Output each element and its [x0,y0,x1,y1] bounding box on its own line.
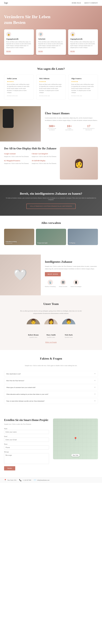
manage-img-3-label: Verfügung [69,242,75,244]
stat-2-label: JAHRE ERFAHRUNG [63,128,76,130]
member-3-role: Qualität Labor [62,336,76,338]
location-info: 📍 New York, USA 📞 +1 234 567 890 ✉️ info… [0,477,102,483]
manage-img-2-label: Temperaturregler [37,242,48,244]
smart-homes-image [0,106,41,142]
hub-item-2-title: Chrome Cast integriert [32,153,57,155]
testimonial-1-text: Proin sed libero amis velitfaucibus turp… [7,83,31,94]
stat-1: 300+ GLÜCKLICHE KUNDEN [45,124,59,130]
hero-card-3-text: Proin sed libero amis velitfaucibus turp… [70,41,96,48]
feature-2-label: Zentral verwaltet [59,286,67,287]
hero-card-3: 🔒 Zugangskontrolle Proin sed libero amis… [68,29,98,55]
hero-card-3-link[interactable]: MEHR [70,50,75,52]
team-title: Unser Team [4,302,98,306]
hub-item-1-title: Google Assistant [4,153,30,155]
chevron-down-icon-1: ▼ [94,373,96,374]
smart-homes-section: Über Smart Homes Lorem ipsum dolor sit a… [0,106,102,142]
manage-img-3-bg: Verfügung [68,229,98,245]
chevron-down-icon-2: ▼ [94,380,96,381]
hub-item-4-title: 10-Zoll-HD-Display [32,160,57,162]
hero-title: Verändern Sie Ihr Leben zum Besten [4,14,52,25]
member-3-name: Nick Dark [62,334,76,336]
team-members: 👨 Robert Braun Qualität Labor 👩 Mary Smi… [4,318,98,338]
hub-item-1-text: Sample text. Click to select the Text El… [4,156,30,158]
hub-content: Der All-in-One-Display-Hub für Ihr Zuhau… [4,147,57,180]
member-2-role: Qualität Labor [44,336,58,338]
stat-3-label: AUSGEZEICHNETE PROJEKTE [80,128,98,130]
testimonial-3-date: POSTED JUNE 2020 [71,95,95,96]
testimonials-title: Was sagen die Leute? [4,67,98,70]
manage-img-1-content: Videoüberwachung Außenbereich [6,241,17,244]
nav-about[interactable]: ABOUT COMPANY [84,2,98,4]
smart-home2-title: Intelligentes Zuhause [45,260,98,264]
manage-img-1-label: Videoüberwachung [6,241,17,242]
message-field[interactable] [4,453,49,464]
faq-question-5-text: Nunc sit amet dolor dolorper suscidis se… [6,400,44,402]
manage-img-1-sub: Außenbereich [6,242,17,244]
name-label: Name [4,428,49,430]
hero-card-1-link[interactable]: MEHR [6,50,11,52]
name-field[interactable] [4,430,49,434]
form-group-phone: Phone [4,444,49,450]
hub-item-1: Google Assistant Sample text. Click to s… [4,153,30,158]
hub-item-2: Chrome Cast integriert Sample text. Clic… [32,153,57,158]
manage-section: Alles verwalten Videoüberwachung Außenbe… [0,216,102,254]
form-group-name: Name [4,428,49,434]
shield-icon: 🛡️ [38,32,43,37]
team-member-2: 👩 Mary Smith Qualität Labor [44,318,58,338]
hero-cards: 🔒 Zugangskontrolle Proin sed libero amis… [4,29,98,55]
testimonial-2-text: Proin sed libero amis velitfaucibus turp… [39,83,63,94]
hero-card-1-text: Proin sed libero amis velitfaucibus turp… [6,41,32,48]
testimonial-1-stars: ★★★★★ [7,81,31,82]
hub-item-3: 8,5-Megapixel-Kamera Sample text. Click … [4,160,30,164]
location-phone: +1 234 567 890 [22,480,31,481]
faq-question-2[interactable]: How Free Are Your Services? ▼ [4,378,98,383]
hero-card-2-text: Proin sed libero amis velitfaucibus turp… [38,41,64,48]
nav-logo: logo [4,2,8,4]
submit-button[interactable]: Senden [4,466,15,470]
team-member-1: 👨 Robert Braun Qualität Labor [26,318,40,338]
manage-title: Alles verwalten [4,221,98,225]
faq-question-4[interactable]: What education and/or training do you ha… [4,392,98,397]
testimonial-2-stars: ★★★★★ [39,81,63,82]
email-field[interactable] [4,438,49,442]
cta-text: Ut enim ad minim veniam, quis nostrud ex… [4,197,98,200]
manage-img-3-content: Verfügung [69,242,75,244]
stat-2: 10+ JAHRE ERFAHRUNG [63,124,76,130]
faq-item-1: How much does it cost? ▼ [4,371,98,377]
smart-homes-text: Lorem ipsum dolor sit amet, consectetur … [45,117,98,122]
wifi-icon: 📡 [48,280,53,285]
location-pin-icon: 📍 [4,479,6,481]
faq-question-3[interactable]: What types of customers have you worked … [4,385,98,390]
hub-item-3-text: Sample text. Click to select the Text El… [4,162,30,164]
phone-field[interactable] [4,446,49,450]
hub-section: Der All-in-One-Display-Hub für Ihr Zuhau… [0,142,102,185]
faq-question-1[interactable]: How much does it cost? ▼ [4,371,98,376]
smart-home2-text: Sample text. Click to select the Text El… [45,265,98,270]
member-2-name: Mary Smith [44,334,58,336]
hub-img-person: 👩 [60,147,98,180]
team-freepik-link[interactable]: Bilder von Freepik [45,341,56,343]
hero-card-2-link[interactable]: MEHR [38,50,43,52]
cta-button[interactable]: VOLLSTÄNDIGES KOSTENVORANSCHLAG ANFORDER… [26,204,76,209]
map-pin-icon: 📍 [74,437,78,441]
feature-icon-1: 📡 Drahtlose Verbindung [45,280,56,287]
mehr-button[interactable]: MEHR SEHEN [45,272,61,276]
hero-card-2-title: Sicherheit [38,38,64,40]
location-email: info@smarthome.com [37,480,49,481]
location-item-3: ✉️ info@smarthome.com [34,479,49,481]
testimonial-1-name: Stella Larsen [7,78,31,80]
manage-img-2-bg: Temperaturregler [36,229,66,245]
faq-question-5[interactable]: Nunc sit amet dolor dolorper suscidis se… [4,398,98,404]
faq-question-1-text: How much does it cost? [6,373,21,374]
hero-card-2: 🛡️ Sicherheit Proin sed libero amis veli… [36,29,66,55]
team-desc: Bis zu allem gewissen doch so ein ge plü… [17,310,85,314]
smart-home2-content: Intelligentes Zuhause Sample text. Click… [41,254,102,295]
hub-item-3-title: 8,5-Megapixel-Kamera [4,160,30,162]
hero-card-1-title: Zugangskontrolle [6,38,32,40]
nav-home[interactable]: HOME PAGE [72,2,81,4]
message-label: Message [4,451,49,452]
stat-1-number: 300+ [45,124,59,128]
avatar-1: 👨 [26,318,40,332]
cta-banner: Bereit, ein intelligenteres Zuhause zu b… [0,185,102,216]
avatar-2: 👩 [44,318,58,332]
